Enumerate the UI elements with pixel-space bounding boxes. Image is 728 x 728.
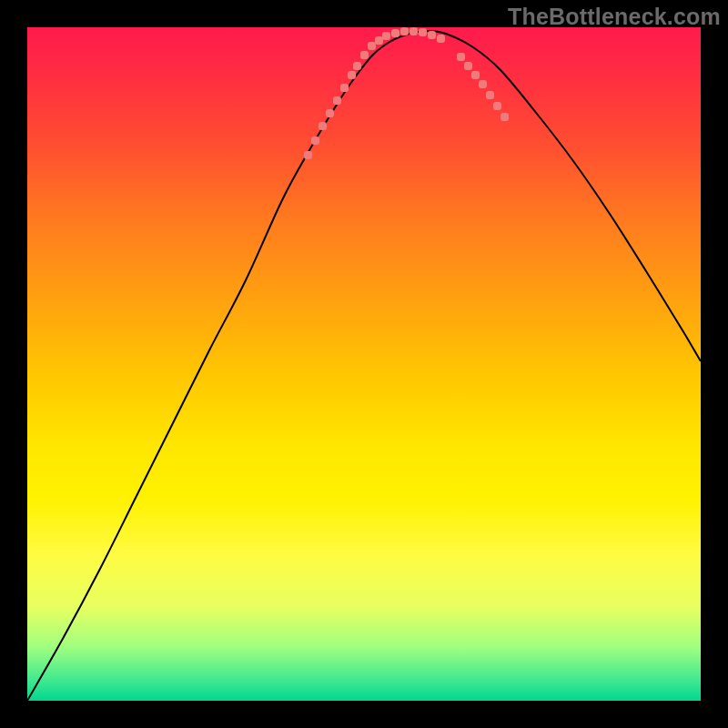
highlight-dot (360, 51, 369, 59)
plot-area (27, 27, 701, 701)
bottleneck-curve (27, 31, 701, 701)
highlight-dot (375, 36, 383, 45)
highlight-dot (311, 136, 319, 145)
highlight-dot (493, 102, 501, 110)
highlight-dot (464, 62, 472, 70)
highlight-dot (479, 80, 487, 88)
highlight-dot (326, 109, 334, 117)
highlight-dot (318, 122, 327, 130)
highlight-dot (437, 35, 445, 43)
highlight-dot (457, 53, 465, 61)
highlight-dot (333, 96, 341, 105)
highlight-dot (382, 32, 390, 40)
highlight-dot (340, 84, 349, 92)
highlight-dot (400, 27, 409, 35)
chart-svg (27, 27, 701, 701)
highlight-dot (471, 71, 480, 79)
highlight-dot (391, 29, 399, 37)
highlight-dot (419, 28, 427, 36)
watermark-label: TheBottleneck.com (508, 4, 721, 30)
highlight-dot (428, 31, 436, 39)
chart-frame: TheBottleneck.com (0, 0, 728, 728)
highlight-dot (353, 62, 361, 70)
highlight-dot (410, 27, 418, 35)
highlight-dot (348, 71, 356, 79)
highlight-dot (500, 113, 509, 121)
highlight-dot (368, 42, 376, 50)
highlight-dot (486, 91, 494, 99)
highlight-dot (304, 151, 312, 159)
